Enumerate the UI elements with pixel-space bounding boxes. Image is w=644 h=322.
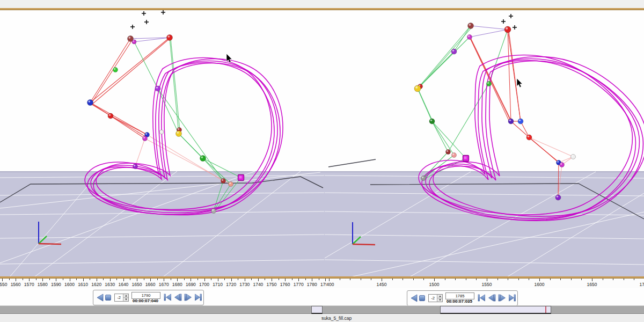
jump-to-end-button[interactable] xyxy=(194,294,202,301)
ruler-tick xyxy=(110,279,111,281)
jump-to-start-button[interactable] xyxy=(164,294,172,301)
marker-sphere[interactable] xyxy=(133,164,138,169)
marker-sphere[interactable] xyxy=(468,23,474,29)
ruler-tick xyxy=(184,279,185,280)
ruler-frame-label: 1560 xyxy=(11,282,21,287)
ruler-tick xyxy=(487,279,487,281)
marker-sphere[interactable] xyxy=(504,26,511,33)
ruler-frame-label: 1650 xyxy=(587,282,597,287)
marker-sphere[interactable] xyxy=(200,156,206,162)
ruler-frame-label: 1590 xyxy=(51,282,61,287)
marker-sphere[interactable] xyxy=(229,182,233,187)
marker-sphere[interactable] xyxy=(555,195,561,200)
bone-line xyxy=(90,103,147,135)
timecode-label: 00:00:07:040 xyxy=(128,298,163,303)
marker-sphere[interactable] xyxy=(526,135,532,140)
marker-highlight xyxy=(222,179,223,181)
marker-sphere[interactable] xyxy=(452,153,457,158)
step-forward-button[interactable] xyxy=(498,294,506,302)
marker-sphere[interactable] xyxy=(159,130,164,134)
marker-sphere[interactable] xyxy=(446,150,451,155)
ruler-tick xyxy=(130,279,130,280)
step-forward-button[interactable] xyxy=(184,294,192,301)
jump-to-end-button[interactable] xyxy=(508,294,516,302)
bone-line xyxy=(432,121,454,155)
marker-sphere[interactable] xyxy=(414,85,421,92)
ruler-frame-label: 1700 xyxy=(640,282,644,287)
ruler-tick xyxy=(157,279,158,280)
ruler-tick xyxy=(560,279,561,280)
timeline-scrollband[interactable] xyxy=(0,305,644,314)
timeline-scroll-thumb-left[interactable] xyxy=(311,306,323,314)
ruler-tick xyxy=(312,279,312,281)
bone-line xyxy=(418,52,454,89)
ruler-tick xyxy=(624,279,624,280)
step-back-button[interactable] xyxy=(488,294,496,302)
marker-sphere[interactable] xyxy=(108,113,113,119)
marker-sphere[interactable] xyxy=(132,40,136,44)
marker-sphere[interactable] xyxy=(87,100,93,106)
ruler-tick xyxy=(550,279,551,280)
spinner-up-icon[interactable] xyxy=(437,295,442,298)
ruler-tick xyxy=(164,279,164,281)
step-back-button[interactable] xyxy=(174,294,182,301)
marker-sphere[interactable] xyxy=(487,82,492,86)
marker-sphere[interactable] xyxy=(211,209,216,214)
play-backward-button[interactable] xyxy=(97,294,104,302)
bone-line xyxy=(111,116,147,135)
ruler-tick xyxy=(36,279,36,280)
timeline-ruler-left[interactable]: 1550156015701580159016001610162016301640… xyxy=(0,279,326,288)
marker-sphere[interactable] xyxy=(508,119,514,124)
marker-sphere[interactable] xyxy=(113,68,118,72)
ruler-frame-label: 1710 xyxy=(213,282,223,287)
marker-sphere[interactable] xyxy=(571,155,576,159)
ruler-tick xyxy=(42,279,43,281)
ruler-tick xyxy=(305,279,306,280)
marker-sphere[interactable] xyxy=(167,35,173,41)
ruler-frame-label: 1610 xyxy=(78,282,88,287)
ruler-tick xyxy=(340,279,340,280)
marker-sphere[interactable] xyxy=(176,131,182,137)
ruler-tick xyxy=(90,279,90,280)
ruler-tick xyxy=(508,279,508,280)
marker-sphere[interactable] xyxy=(421,176,426,181)
ruler-frame-label: 1640 xyxy=(118,282,128,287)
ruler-frame-label: 1550 xyxy=(0,282,7,287)
marker-highlight xyxy=(519,120,521,122)
bone-line xyxy=(91,104,146,137)
marker-sphere[interactable] xyxy=(560,163,565,167)
ruler-tick xyxy=(137,279,137,281)
marker-sphere[interactable] xyxy=(221,179,226,184)
playhead-marker[interactable] xyxy=(545,306,546,313)
ruler-tick xyxy=(272,279,272,281)
ruler-frame-label: 1760 xyxy=(280,282,290,287)
ruler-tick xyxy=(191,279,191,281)
ruler-tick xyxy=(224,279,225,280)
marker-highlight xyxy=(133,40,134,42)
jump-to-start-button[interactable] xyxy=(478,294,486,302)
marker-sphere[interactable] xyxy=(429,119,435,124)
stop-button[interactable] xyxy=(419,295,425,301)
ruler-tick xyxy=(592,279,592,281)
ruler-frame-label: 1660 xyxy=(145,282,156,287)
stop-button[interactable] xyxy=(105,295,111,301)
marker-sphere[interactable] xyxy=(451,49,457,54)
ruler-tick xyxy=(144,279,144,280)
timeline-scroll-thumb-right[interactable] xyxy=(440,306,551,314)
step-spinner[interactable]: -2 xyxy=(428,294,443,302)
marker-highlight xyxy=(468,35,470,37)
marker-sphere[interactable] xyxy=(143,136,148,141)
ruler-tick xyxy=(350,279,350,280)
timeline-ruler-right[interactable]: 1400145015001550160016501700 xyxy=(326,279,644,288)
ruler-frame-label: 1730 xyxy=(239,282,250,287)
ruler-tick xyxy=(319,279,319,280)
play-backward-button[interactable] xyxy=(411,294,418,302)
marker-sphere[interactable] xyxy=(155,86,160,91)
marker-sphere[interactable] xyxy=(518,119,523,124)
step-spinner[interactable]: -2 xyxy=(114,294,129,302)
spinner-up-icon[interactable] xyxy=(123,294,128,298)
marker-highlight xyxy=(506,27,508,30)
marker-sphere[interactable] xyxy=(467,35,472,40)
marker-highlight xyxy=(88,100,90,103)
motion-capture-app: 1550156015701580159016001610162016301640… xyxy=(0,0,644,322)
